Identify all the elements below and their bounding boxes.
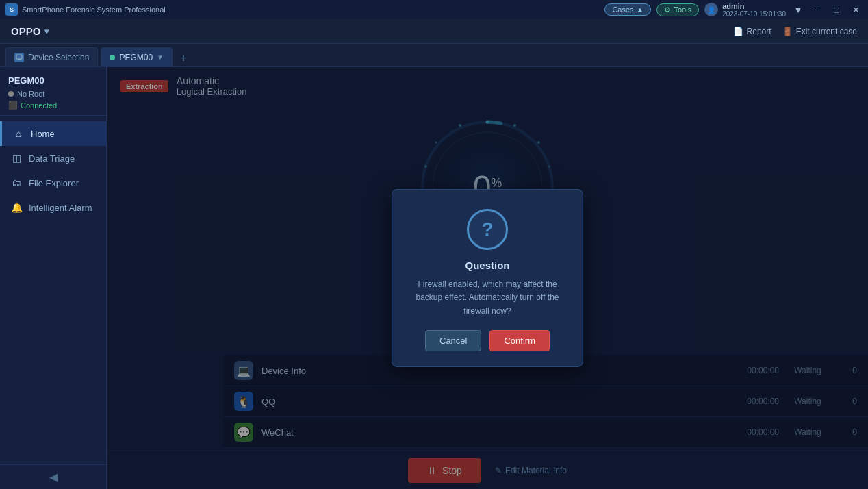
topbar-device: OPPO ▾ <box>11 25 49 37</box>
modal-title: Question <box>409 260 566 271</box>
confirm-button[interactable]: Confirm <box>489 330 550 351</box>
titlebar-left: S SmartPhone Forensic System Professiona… <box>5 3 166 16</box>
admin-name: admin <box>722 2 786 10</box>
report-icon: 📄 <box>733 27 743 36</box>
device-section: PEGM00 No Root ⬛ Connected <box>0 67 106 116</box>
device-selection-icon <box>14 53 24 62</box>
main-layout: PEGM00 No Root ⬛ Connected ⌂ Home ◫ Data… <box>0 67 868 489</box>
data-triage-label: Data Triage <box>29 153 75 164</box>
connected-icon: ⬛ <box>8 101 18 110</box>
tabs-bar: Device Selection PEGM00 ▼ + <box>0 44 868 67</box>
topbar-actions: 📄 Report 🚪 Exit current case <box>733 27 857 36</box>
question-mark: ? <box>481 218 493 240</box>
topbar: OPPO ▾ 📄 Report 🚪 Exit current case <box>0 19 868 44</box>
tools-label: Tools <box>674 5 691 14</box>
tab-dropdown-icon: ▼ <box>157 53 164 61</box>
titlebar: S SmartPhone Forensic System Professiona… <box>0 0 868 19</box>
sidebar-item-home[interactable]: ⌂ Home <box>0 121 106 146</box>
cancel-button[interactable]: Cancel <box>425 330 481 351</box>
collapse-button[interactable]: ◀ <box>0 464 106 489</box>
app-title: SmartPhone Forensic System Professional <box>22 5 166 14</box>
cases-button[interactable]: Cases ▲ <box>604 3 651 16</box>
tab-pegm00-label: PEGM00 <box>119 53 153 62</box>
admin-info: 👤 admin 2023-07-10 15:01:30 <box>704 2 786 18</box>
tab-device-selection[interactable]: Device Selection <box>5 47 98 66</box>
intelligent-alarm-icon: 🔔 <box>11 202 22 213</box>
tab-pegm00[interactable]: PEGM00 ▼ <box>101 47 173 66</box>
exit-action[interactable]: 🚪 Exit current case <box>782 27 857 36</box>
funnel-button[interactable]: ▼ <box>791 3 805 16</box>
collapse-icon: ◀ <box>49 471 58 484</box>
minimize-button[interactable]: − <box>810 3 824 16</box>
no-root-status: No Root <box>8 90 98 98</box>
maximize-button[interactable]: □ <box>830 3 843 16</box>
svg-rect-1 <box>18 59 21 60</box>
tools-button[interactable]: ⚙ Tools <box>656 3 699 16</box>
pegm00-dot <box>110 55 115 60</box>
question-icon: ? <box>467 209 508 250</box>
modal-buttons: Cancel Confirm <box>409 330 566 351</box>
tab-device-selection-label: Device Selection <box>28 53 89 62</box>
question-modal: ? Question Firewall enabled, which may a… <box>392 189 583 367</box>
modal-overlay: ? Question Firewall enabled, which may a… <box>107 67 868 489</box>
cases-label: Cases <box>612 5 633 14</box>
connected-status: ⬛ Connected <box>8 101 98 110</box>
home-icon: ⌂ <box>13 128 24 139</box>
sidebar-item-file-explorer[interactable]: 🗂 File Explorer <box>0 171 106 195</box>
sidebar: PEGM00 No Root ⬛ Connected ⌂ Home ◫ Data… <box>0 67 107 489</box>
device-chevron[interactable]: ▾ <box>44 27 49 36</box>
sidebar-device-name: PEGM00 <box>8 75 98 86</box>
app-logo: S <box>5 3 18 16</box>
no-root-label: No Root <box>17 90 44 98</box>
exit-label: Exit current case <box>796 27 857 36</box>
cases-chevron: ▲ <box>637 5 644 14</box>
data-triage-icon: ◫ <box>11 153 22 164</box>
admin-avatar: 👤 <box>704 3 718 16</box>
file-explorer-label: File Explorer <box>29 178 79 188</box>
sidebar-item-data-triage[interactable]: ◫ Data Triage <box>0 146 106 171</box>
intelligent-alarm-label: Intelligent Alarm <box>29 203 92 213</box>
sidebar-item-intelligent-alarm[interactable]: 🔔 Intelligent Alarm <box>0 195 106 220</box>
close-button[interactable]: ✕ <box>849 3 863 16</box>
admin-datetime: 2023-07-10 15:01:30 <box>722 10 786 18</box>
file-explorer-icon: 🗂 <box>11 177 22 188</box>
add-tab-button[interactable]: + <box>175 50 192 66</box>
home-label: Home <box>31 129 55 139</box>
device-name: OPPO <box>11 25 40 37</box>
admin-details: admin 2023-07-10 15:01:30 <box>722 2 786 18</box>
connected-label: Connected <box>21 101 57 110</box>
no-root-dot <box>8 91 14 97</box>
nav-section: ⌂ Home ◫ Data Triage 🗂 File Explorer 🔔 I… <box>0 116 106 464</box>
tools-icon: ⚙ <box>664 5 671 14</box>
report-label: Report <box>747 27 771 36</box>
exit-icon: 🚪 <box>782 27 793 36</box>
titlebar-right: Cases ▲ ⚙ Tools 👤 admin 2023-07-10 15:01… <box>604 2 863 18</box>
modal-message: Firewall enabled, which may affect the b… <box>409 278 566 318</box>
svg-rect-0 <box>16 55 22 59</box>
content-area: Extraction Automatic Logical Extraction <box>107 67 868 489</box>
report-action[interactable]: 📄 Report <box>733 27 771 36</box>
